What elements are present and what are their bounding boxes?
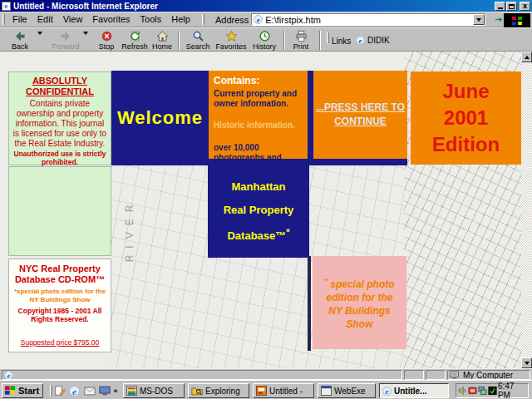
task-webexe[interactable]: WebExe (318, 383, 376, 398)
links-grip[interactable] (327, 32, 329, 43)
system-tray: 6:47 PM (456, 383, 529, 398)
display-tray-icon[interactable] (468, 386, 477, 396)
contains-box: Contains: Current property and owner inf… (209, 71, 308, 159)
history-button[interactable]: History (249, 30, 280, 52)
ie-page-icon: e (254, 15, 263, 24)
search-button[interactable]: Search (182, 30, 214, 52)
status-text-pane: e (2, 370, 402, 380)
cdrom-box: NYC Real Property Database CD-ROM™ *spec… (8, 259, 111, 352)
confidential-body: Contains private ownership and property … (12, 99, 108, 149)
tray-clock[interactable]: 6:47 PM (498, 382, 526, 399)
back-button[interactable]: Back (3, 30, 37, 52)
webexe-app-icon (321, 386, 332, 396)
print-icon (288, 30, 314, 42)
scroll-up-button[interactable] (521, 52, 532, 62)
ie-status-icon: e (4, 371, 13, 380)
network-tray-icon[interactable] (478, 386, 487, 396)
quick-launch-ie-icon[interactable]: e (67, 384, 81, 397)
browser-viewport: RIVER ABSOLUTLY CONFIDENTIAL Contains pr… (0, 52, 532, 368)
security-zone-pane: My Computer (447, 370, 530, 380)
links-label: Links (332, 37, 351, 46)
address-dropdown-button[interactable] (473, 14, 485, 25)
task-exploring[interactable]: Exploring (188, 383, 249, 398)
edition-line2: 2001 (444, 105, 488, 131)
photo-edition-box: * special photo edition for the NY Build… (313, 256, 406, 349)
map-pier-line (308, 256, 311, 351)
menu-help[interactable]: Help (166, 12, 195, 27)
stop-icon (93, 30, 120, 42)
taskbar: Start e » MS-DOS Exploring Untitled - (0, 380, 532, 399)
close-button[interactable]: x (520, 2, 530, 11)
menu-file[interactable]: File (7, 12, 32, 27)
contains-title: Contains: (214, 75, 303, 86)
volume-icon[interactable] (458, 386, 467, 396)
scroll-down-button[interactable] (521, 357, 532, 368)
task-ms-dos[interactable]: MS-DOS (123, 383, 185, 398)
confidential-footer: Unauthorized use is strictly prohibited. (12, 150, 108, 166)
database-line2: Real Property (224, 204, 294, 216)
ie-window: e Untitled - Microsoft Internet Explorer… (0, 0, 532, 399)
press-here-link[interactable]: ...PRESS HERE TO CONTINUE (313, 71, 407, 159)
window-title: Untitled - Microsoft Internet Explorer (13, 2, 495, 11)
cdrom-subtitle: *special photo edition for the NY Buildi… (12, 288, 108, 304)
standard-buttons-toolbar: Back Forward Stop Refresh Home Search Fa… (0, 27, 532, 52)
edition-line3: Edition (432, 131, 500, 158)
arrow-down-icon (525, 362, 530, 365)
minimize-button[interactable] (495, 2, 505, 11)
stop-button[interactable]: Stop (93, 30, 120, 52)
quick-launch-more-button[interactable]: » (111, 384, 120, 397)
address-input[interactable]: e E:\firstpix.htm (251, 13, 485, 26)
home-button[interactable]: Home (150, 30, 175, 52)
menu-edit[interactable]: Edit (32, 12, 58, 27)
vertical-scrollbar[interactable] (521, 52, 532, 368)
print-button[interactable]: Print (288, 30, 314, 52)
photo-edition-text: * special photo edition for the NY Build… (319, 274, 400, 331)
database-title-box: Manhattan Real Property Database™* (208, 165, 309, 258)
toolbar-grip[interactable] (2, 14, 5, 25)
task-label: Untitle... (394, 387, 426, 396)
photo-asterisk: * (324, 277, 328, 285)
toolbar-separator (178, 31, 180, 50)
map-river-label: RIVER (115, 168, 145, 293)
chevron-down-icon (476, 18, 481, 22)
cdrom-copyright: Copyright 1985 - 2001 All Rights Reserve… (12, 307, 108, 323)
link-didik[interactable]: e DIDIK (356, 36, 390, 45)
forward-button[interactable]: Forward (47, 30, 84, 52)
forward-arrow-icon (47, 30, 84, 42)
favorites-button[interactable]: Favorites (214, 30, 249, 52)
menu-view[interactable]: View (58, 12, 88, 27)
database-asterisk: * (286, 227, 289, 237)
search-icon (182, 30, 214, 42)
explorer-folder-icon (191, 386, 203, 396)
task-untitled-ie-active[interactable]: e Untitle... (379, 383, 449, 398)
menu-bar: File Edit View Favorites Tools Help Addr… (0, 12, 532, 27)
maximize-icon (509, 4, 515, 9)
scheduler-tray-icon[interactable] (488, 386, 497, 396)
quick-launch-mail-icon[interactable] (82, 384, 96, 397)
start-button[interactable]: Start (2, 383, 43, 398)
task-untitled[interactable]: Untitled - (253, 383, 314, 398)
quick-launch-channels-icon[interactable] (97, 384, 111, 397)
refresh-button[interactable]: Refresh (120, 30, 150, 52)
quick-launch-desktop-icon[interactable] (52, 384, 66, 397)
maximize-button[interactable] (506, 2, 517, 11)
task-label: Untitled - (269, 387, 303, 396)
edition-box: June 2001 Edition (411, 71, 521, 165)
ie-icon: e (356, 36, 365, 45)
menu-favorites[interactable]: Favorites (87, 12, 135, 27)
empty-green-box (8, 166, 111, 256)
press-here-label: ...PRESS HERE TO CONTINUE (313, 101, 407, 129)
address-bar-grip[interactable] (202, 14, 204, 25)
go-arrow-icon (494, 15, 503, 24)
close-icon: x (523, 3, 527, 9)
contains-line1: Current property and owner information. (214, 89, 303, 109)
home-icon (150, 30, 175, 42)
task-label: Exploring (205, 387, 240, 396)
edition-line1: June (442, 78, 489, 105)
welcome-box: Welcome (111, 71, 209, 165)
windows-flag-icon (511, 16, 523, 26)
task-label: MS-DOS (140, 387, 173, 396)
menu-tools[interactable]: Tools (135, 12, 167, 27)
cdrom-title: NYC Real Property Database CD-ROM™ (12, 264, 108, 285)
refresh-icon (120, 30, 150, 42)
